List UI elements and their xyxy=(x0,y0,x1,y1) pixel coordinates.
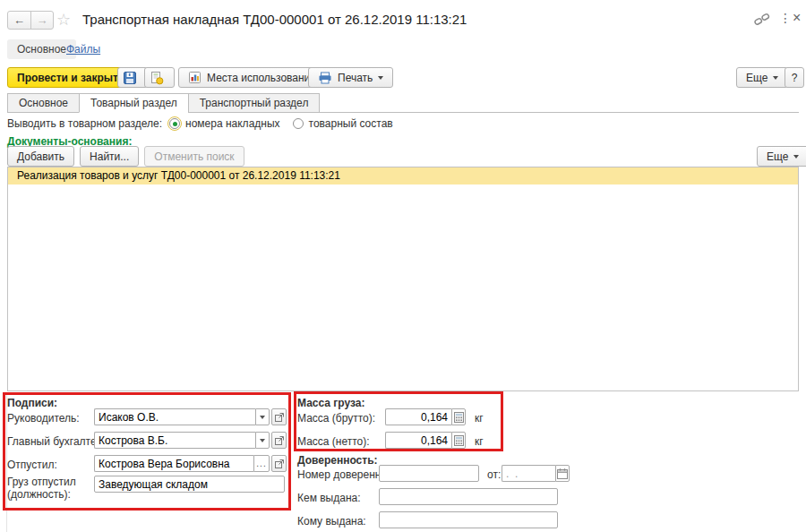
cargo-released-position-label: Груз отпустил (должность): xyxy=(7,476,76,501)
released-by-label: Отпустил: xyxy=(7,459,57,471)
attorney-date-field-group xyxy=(502,465,570,482)
cargo-mass-group-label: Масса груза: xyxy=(297,397,364,409)
nav-link-files[interactable]: Файлы xyxy=(66,43,100,56)
gross-mass-calculator-button[interactable] xyxy=(451,408,466,425)
net-mass-label: Масса (нетто): xyxy=(297,435,370,448)
net-mass-field-group xyxy=(385,432,466,449)
chevron-down-icon xyxy=(378,76,383,80)
page-title: Транспортная накладная ТД00-000001 от 26… xyxy=(82,12,467,27)
manager-label: Руководитель: xyxy=(7,412,80,425)
net-mass-calculator-button[interactable] xyxy=(451,432,466,449)
save-icon xyxy=(123,71,137,85)
post-document-button[interactable] xyxy=(144,67,175,88)
base-documents-commands: Добавить Найти... Отменить поиск xyxy=(7,146,244,167)
released-by-input[interactable] xyxy=(94,455,253,472)
calendar-icon xyxy=(557,468,568,479)
add-button[interactable]: Добавить xyxy=(7,146,74,167)
tab-goods-section[interactable]: Товарный раздел xyxy=(79,93,189,113)
save-button[interactable] xyxy=(117,67,148,88)
released-by-field-group: ... xyxy=(94,455,287,472)
chevron-down-icon xyxy=(793,155,799,159)
signatures-group-label: Подписи: xyxy=(7,397,57,409)
issued-to-label: Кому выдана: xyxy=(297,515,366,528)
manager-field-group xyxy=(94,408,287,425)
more-button-table[interactable]: Еще xyxy=(757,146,806,167)
chief-accountant-input[interactable] xyxy=(94,432,255,449)
gross-mass-label: Масса (брутто): xyxy=(297,412,375,425)
released-by-ellipsis-button[interactable]: ... xyxy=(253,455,270,472)
post-and-close-button[interactable]: Провести и закрыть xyxy=(7,67,134,88)
calculator-icon xyxy=(454,435,464,446)
usage-places-icon xyxy=(188,71,202,84)
manager-open-button[interactable] xyxy=(271,408,287,425)
open-icon xyxy=(274,459,285,469)
back-arrow-icon[interactable]: ← xyxy=(8,12,30,29)
net-mass-unit: кг xyxy=(475,435,484,448)
gross-mass-input[interactable] xyxy=(385,408,451,425)
cancel-search-button[interactable]: Отменить поиск xyxy=(144,146,244,167)
open-icon xyxy=(274,412,285,423)
document-tabstrip: Основное Товарный раздел Транспортный ра… xyxy=(7,93,799,113)
issued-to-input[interactable] xyxy=(379,511,558,528)
favorite-star-icon[interactable]: ☆ xyxy=(56,10,71,30)
print-button[interactable]: Печать xyxy=(308,67,393,88)
radio-invoice-numbers-label[interactable]: номера накладных xyxy=(185,117,280,130)
chief-accountant-field-group xyxy=(94,432,287,449)
forward-arrow-icon[interactable]: → xyxy=(30,12,53,29)
cargo-released-position-input[interactable] xyxy=(94,476,285,493)
usage-places-label: Места использования xyxy=(207,72,316,84)
display-mode-row: Выводить в товарном разделе: номера накл… xyxy=(7,117,406,130)
printer-icon xyxy=(318,72,332,84)
usage-places-button[interactable]: Места использования xyxy=(178,67,326,88)
find-button[interactable]: Найти... xyxy=(80,146,139,167)
tab-main[interactable]: Основное xyxy=(7,93,80,113)
issued-by-label: Кем выдана: xyxy=(297,492,361,504)
post-document-icon xyxy=(150,71,164,85)
chevron-down-icon xyxy=(260,439,265,442)
close-icon[interactable]: × xyxy=(793,10,801,26)
manager-input[interactable] xyxy=(94,408,255,425)
calculator-icon xyxy=(454,412,464,423)
attorney-date-calendar-button[interactable] xyxy=(555,465,570,482)
display-mode-label: Выводить в товарном разделе: xyxy=(7,117,162,130)
chief-accountant-label: Главный бухгалтер: xyxy=(7,435,106,448)
gross-mass-unit: кг xyxy=(475,412,484,425)
tab-transport-section[interactable]: Транспортный раздел xyxy=(188,93,321,113)
chief-accountant-open-button[interactable] xyxy=(271,432,287,449)
attorney-date-input[interactable] xyxy=(502,465,555,482)
chevron-down-icon xyxy=(260,416,265,419)
radio-goods-content[interactable] xyxy=(293,118,304,129)
transport-waybill-window: ← → ☆ Транспортная накладная ТД00-000001… xyxy=(0,0,806,532)
gross-mass-field-group xyxy=(385,408,466,425)
manager-dropdown-button[interactable] xyxy=(255,408,270,425)
more-label: Еще xyxy=(746,72,767,84)
help-button[interactable]: ? xyxy=(785,67,804,88)
chevron-down-icon xyxy=(773,76,778,80)
history-nav-group: ← → xyxy=(7,11,54,30)
link-icon[interactable] xyxy=(754,13,770,29)
attorney-from-label: от: xyxy=(487,468,501,481)
more-label: Еще xyxy=(767,150,788,163)
base-documents-table: Реализация товаров и услуг ТД00-000001 о… xyxy=(7,167,799,391)
net-mass-input[interactable] xyxy=(385,432,451,449)
attorney-number-input[interactable] xyxy=(379,465,479,482)
print-label: Печать xyxy=(338,72,373,84)
more-button-toolbar[interactable]: Еще xyxy=(736,67,788,88)
attorney-group-label: Доверенность: xyxy=(297,454,378,467)
open-icon xyxy=(274,435,285,446)
issued-by-input[interactable] xyxy=(379,488,558,505)
label-line: Груз отпустил xyxy=(7,476,76,488)
radio-invoice-numbers[interactable] xyxy=(169,118,180,129)
label-line: (должность): xyxy=(7,488,76,501)
table-row[interactable]: Реализация товаров и услуг ТД00-000001 о… xyxy=(8,167,798,184)
chief-accountant-dropdown-button[interactable] xyxy=(255,432,270,449)
radio-goods-content-label[interactable]: товарный состав xyxy=(309,117,393,130)
more-menu-icon[interactable]: ⋮ xyxy=(779,11,792,25)
released-by-open-button[interactable] xyxy=(271,455,287,472)
